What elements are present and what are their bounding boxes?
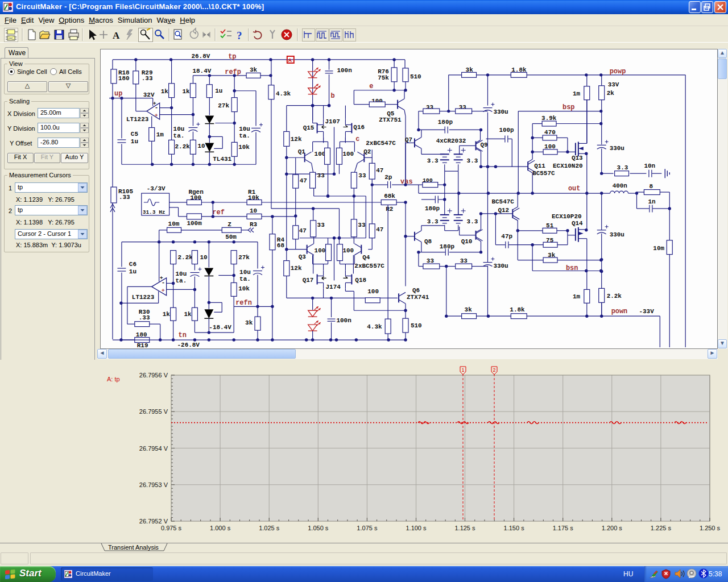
svg-text:ta.: ta. xyxy=(239,276,251,282)
svg-text:10u: 10u xyxy=(176,271,187,277)
svg-text:2.2k: 2.2k xyxy=(175,143,191,150)
svg-text:4xCR2032: 4xCR2032 xyxy=(436,138,466,144)
svg-text:4.3k: 4.3k xyxy=(276,90,291,97)
svg-text:510: 510 xyxy=(411,322,422,329)
svg-text:100n: 100n xyxy=(336,317,351,324)
svg-text:10: 10 xyxy=(200,254,207,261)
svg-text:2.2k: 2.2k xyxy=(178,254,193,261)
svg-text:3.9k: 3.9k xyxy=(541,115,557,122)
svg-text:400n: 400n xyxy=(613,182,627,189)
svg-text:12k: 12k xyxy=(291,265,302,272)
svg-text:ta.: ta. xyxy=(173,132,185,139)
svg-text:powp: powp xyxy=(610,68,626,76)
svg-text:C5: C5 xyxy=(131,131,138,138)
svg-text:J107: J107 xyxy=(325,118,340,125)
svg-text:-18.4V: -18.4V xyxy=(209,324,231,331)
svg-text:3.3: 3.3 xyxy=(467,218,478,225)
svg-text:10u: 10u xyxy=(239,126,250,132)
svg-text:330u: 330u xyxy=(493,109,508,115)
svg-text:1u: 1u xyxy=(215,88,222,94)
svg-text:Q8: Q8 xyxy=(424,238,432,245)
svg-text:C6: C6 xyxy=(129,261,136,268)
svg-text:100: 100 xyxy=(342,247,354,254)
svg-text:32V: 32V xyxy=(143,92,155,98)
svg-text:26.8V: 26.8V xyxy=(191,53,210,60)
svg-text:100n: 100n xyxy=(337,67,351,74)
svg-text:1u: 1u xyxy=(129,268,136,275)
svg-text:TL431: TL431 xyxy=(213,156,231,163)
svg-text:BC557C: BC557C xyxy=(532,170,555,177)
svg-text:Q3: Q3 xyxy=(299,253,307,260)
svg-text:Q13: Q13 xyxy=(572,155,583,161)
svg-text:47: 47 xyxy=(376,167,383,174)
svg-text:pown: pown xyxy=(611,307,628,315)
svg-text:10k: 10k xyxy=(238,285,250,292)
svg-text:100: 100 xyxy=(423,177,433,184)
svg-text:26.7953 V: 26.7953 V xyxy=(139,481,168,488)
svg-text:1n: 1n xyxy=(648,198,655,205)
svg-text:.33: .33 xyxy=(139,314,150,321)
svg-text:3k: 3k xyxy=(245,319,253,326)
svg-text:1.200 s: 1.200 s xyxy=(602,525,623,531)
svg-text:c: c xyxy=(355,135,359,143)
svg-text:1.000 s: 1.000 s xyxy=(210,525,231,531)
svg-text:LT1223: LT1223 xyxy=(126,116,149,123)
svg-text:Q9: Q9 xyxy=(481,142,488,148)
svg-text:47p: 47p xyxy=(501,233,512,240)
svg-text:180p: 180p xyxy=(438,119,453,126)
svg-text:ref: ref xyxy=(212,209,225,217)
svg-text:Z: Z xyxy=(228,221,231,228)
svg-text:-: - xyxy=(155,104,159,111)
svg-text:3.3: 3.3 xyxy=(617,164,628,171)
svg-text:100: 100 xyxy=(315,247,326,254)
svg-text:R3: R3 xyxy=(250,221,258,228)
svg-text:180p: 180p xyxy=(440,243,455,250)
svg-text:50m: 50m xyxy=(225,234,237,240)
svg-text:out: out xyxy=(568,185,581,193)
svg-text:2p: 2p xyxy=(384,174,392,181)
svg-text:33V: 33V xyxy=(608,81,619,88)
svg-text:33: 33 xyxy=(358,222,366,228)
svg-text:100: 100 xyxy=(315,151,326,157)
svg-text:Q4: Q4 xyxy=(362,254,370,261)
svg-text:-3/3V: -3/3V xyxy=(147,185,166,192)
svg-text:All Cells: All Cells xyxy=(59,68,82,75)
svg-text:10u: 10u xyxy=(239,269,251,276)
svg-text:47: 47 xyxy=(376,226,383,233)
svg-text:Q10: Q10 xyxy=(461,238,473,245)
svg-text:bsp: bsp xyxy=(562,103,574,111)
svg-text:+: + xyxy=(162,288,165,294)
svg-text:33: 33 xyxy=(358,172,366,179)
svg-text:tp: tp xyxy=(228,53,236,61)
svg-text:ta.: ta. xyxy=(176,277,187,284)
svg-text:18.4V: 18.4V xyxy=(192,68,211,74)
svg-text:R2: R2 xyxy=(386,206,393,213)
svg-text:100: 100 xyxy=(367,288,379,295)
svg-text:Single Cell: Single Cell xyxy=(17,68,47,75)
svg-text:ZTX751: ZTX751 xyxy=(379,117,402,123)
svg-text:Q12: Q12 xyxy=(498,207,509,214)
svg-text:1.225 s: 1.225 s xyxy=(651,525,672,531)
svg-text:0.975 s: 0.975 s xyxy=(161,525,182,531)
svg-text:A: A xyxy=(113,30,120,41)
svg-text:26.7952 V: 26.7952 V xyxy=(139,518,168,525)
svg-text:27k: 27k xyxy=(218,102,229,109)
svg-text:1k: 1k xyxy=(183,88,191,95)
svg-text:refp: refp xyxy=(225,68,241,76)
svg-text:100: 100 xyxy=(342,151,354,157)
svg-text:10k: 10k xyxy=(238,144,250,151)
svg-text:47: 47 xyxy=(300,177,307,184)
svg-text:.33: .33 xyxy=(142,75,153,82)
svg-text:Q11: Q11 xyxy=(534,163,545,169)
svg-text:up: up xyxy=(114,90,122,98)
svg-text:33: 33 xyxy=(427,257,435,264)
svg-text:1k: 1k xyxy=(163,311,171,318)
svg-text:1u: 1u xyxy=(131,138,138,145)
svg-text:1k: 1k xyxy=(161,88,169,95)
svg-text:A: tp: A: tp xyxy=(107,376,120,383)
svg-text:+: + xyxy=(160,275,163,281)
svg-text:12k: 12k xyxy=(291,136,302,143)
svg-text:26.7956 V: 26.7956 V xyxy=(139,372,168,379)
svg-text:BC547C: BC547C xyxy=(491,198,514,205)
svg-text:ta.: ta. xyxy=(239,132,250,139)
